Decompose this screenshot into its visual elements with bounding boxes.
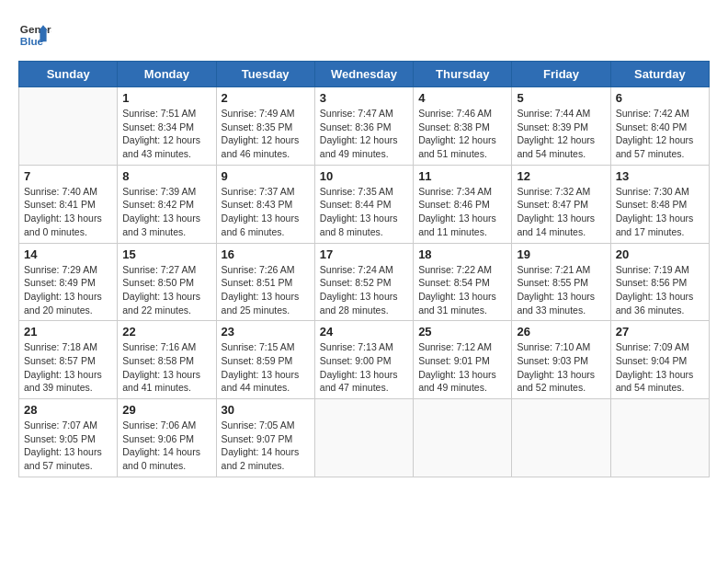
day-number: 10 — [320, 169, 408, 183]
day-number: 28 — [24, 403, 112, 417]
logo-icon: General Blue — [18, 18, 51, 52]
weekday-header-row: SundayMondayTuesdayWednesdayThursdayFrid… — [19, 62, 710, 87]
page-header: General Blue — [18, 18, 710, 52]
day-number: 15 — [122, 247, 210, 261]
day-info: Sunrise: 7:19 AM Sunset: 8:56 PM Dayligh… — [616, 263, 704, 317]
day-info: Sunrise: 7:18 AM Sunset: 8:57 PM Dayligh… — [24, 340, 112, 395]
calendar-cell: 30Sunrise: 7:05 AM Sunset: 9:07 PM Dayli… — [216, 399, 314, 477]
day-info: Sunrise: 7:40 AM Sunset: 8:41 PM Dayligh… — [24, 185, 112, 239]
day-info: Sunrise: 7:46 AM Sunset: 8:38 PM Dayligh… — [418, 107, 506, 161]
week-row-3: 14Sunrise: 7:29 AM Sunset: 8:49 PM Dayli… — [19, 243, 710, 321]
weekday-header-sunday: Sunday — [19, 62, 118, 87]
day-info: Sunrise: 7:10 AM Sunset: 9:03 PM Dayligh… — [517, 340, 605, 395]
calendar-cell: 16Sunrise: 7:26 AM Sunset: 8:51 PM Dayli… — [216, 243, 314, 321]
calendar-cell: 24Sunrise: 7:13 AM Sunset: 9:00 PM Dayli… — [314, 321, 413, 399]
day-number: 16 — [222, 247, 310, 261]
calendar-cell: 22Sunrise: 7:16 AM Sunset: 8:58 PM Dayli… — [118, 321, 216, 399]
day-number: 21 — [24, 325, 112, 339]
day-info: Sunrise: 7:35 AM Sunset: 8:44 PM Dayligh… — [320, 185, 408, 239]
day-info: Sunrise: 7:16 AM Sunset: 8:58 PM Dayligh… — [122, 340, 210, 395]
calendar-cell: 15Sunrise: 7:27 AM Sunset: 8:50 PM Dayli… — [118, 243, 216, 321]
calendar-cell: 18Sunrise: 7:22 AM Sunset: 8:54 PM Dayli… — [414, 243, 512, 321]
day-info: Sunrise: 7:30 AM Sunset: 8:48 PM Dayligh… — [616, 185, 704, 239]
day-info: Sunrise: 7:22 AM Sunset: 8:54 PM Dayligh… — [418, 263, 506, 317]
day-info: Sunrise: 7:12 AM Sunset: 9:01 PM Dayligh… — [418, 340, 506, 395]
weekday-header-tuesday: Tuesday — [216, 62, 314, 87]
day-number: 5 — [517, 91, 605, 105]
day-info: Sunrise: 7:09 AM Sunset: 9:04 PM Dayligh… — [616, 340, 704, 395]
day-info: Sunrise: 7:15 AM Sunset: 8:59 PM Dayligh… — [222, 340, 310, 395]
day-number: 2 — [222, 91, 310, 105]
day-number: 26 — [517, 325, 605, 339]
week-row-5: 28Sunrise: 7:07 AM Sunset: 9:05 PM Dayli… — [19, 399, 710, 477]
day-number: 22 — [122, 325, 210, 339]
day-number: 25 — [418, 325, 506, 339]
calendar-cell: 11Sunrise: 7:34 AM Sunset: 8:46 PM Dayli… — [414, 165, 512, 243]
week-row-1: 1Sunrise: 7:51 AM Sunset: 8:34 PM Daylig… — [19, 87, 710, 166]
day-info: Sunrise: 7:21 AM Sunset: 8:55 PM Dayligh… — [517, 263, 605, 317]
day-number: 23 — [222, 325, 310, 339]
calendar-cell: 8Sunrise: 7:39 AM Sunset: 8:42 PM Daylig… — [118, 165, 216, 243]
calendar-cell: 19Sunrise: 7:21 AM Sunset: 8:55 PM Dayli… — [512, 243, 610, 321]
logo: General Blue — [18, 18, 51, 52]
calendar-cell: 9Sunrise: 7:37 AM Sunset: 8:43 PM Daylig… — [216, 165, 314, 243]
calendar-cell — [512, 399, 610, 477]
calendar-cell: 17Sunrise: 7:24 AM Sunset: 8:52 PM Dayli… — [314, 243, 413, 321]
day-info: Sunrise: 7:24 AM Sunset: 8:52 PM Dayligh… — [320, 263, 408, 317]
weekday-header-wednesday: Wednesday — [314, 62, 413, 87]
day-number: 18 — [418, 247, 506, 261]
week-row-2: 7Sunrise: 7:40 AM Sunset: 8:41 PM Daylig… — [19, 165, 710, 243]
day-info: Sunrise: 7:32 AM Sunset: 8:47 PM Dayligh… — [517, 185, 605, 239]
day-number: 3 — [320, 91, 408, 105]
calendar-cell: 26Sunrise: 7:10 AM Sunset: 9:03 PM Dayli… — [512, 321, 610, 399]
calendar-cell: 23Sunrise: 7:15 AM Sunset: 8:59 PM Dayli… — [216, 321, 314, 399]
weekday-header-monday: Monday — [118, 62, 216, 87]
day-info: Sunrise: 7:27 AM Sunset: 8:50 PM Dayligh… — [122, 263, 210, 317]
day-info: Sunrise: 7:13 AM Sunset: 9:00 PM Dayligh… — [320, 340, 408, 395]
calendar-cell: 7Sunrise: 7:40 AM Sunset: 8:41 PM Daylig… — [19, 165, 118, 243]
calendar-cell: 29Sunrise: 7:06 AM Sunset: 9:06 PM Dayli… — [118, 399, 216, 477]
day-number: 4 — [418, 91, 506, 105]
day-info: Sunrise: 7:34 AM Sunset: 8:46 PM Dayligh… — [418, 185, 506, 239]
svg-text:General: General — [20, 23, 51, 35]
calendar-cell: 4Sunrise: 7:46 AM Sunset: 8:38 PM Daylig… — [414, 87, 512, 166]
day-info: Sunrise: 7:29 AM Sunset: 8:49 PM Dayligh… — [24, 263, 112, 317]
day-number: 11 — [418, 169, 506, 183]
calendar-cell: 1Sunrise: 7:51 AM Sunset: 8:34 PM Daylig… — [118, 87, 216, 166]
day-number: 24 — [320, 325, 408, 339]
day-info: Sunrise: 7:51 AM Sunset: 8:34 PM Dayligh… — [122, 107, 210, 161]
calendar-cell: 27Sunrise: 7:09 AM Sunset: 9:04 PM Dayli… — [610, 321, 709, 399]
day-number: 6 — [616, 91, 704, 105]
day-number: 9 — [222, 169, 310, 183]
day-number: 1 — [122, 91, 210, 105]
day-info: Sunrise: 7:07 AM Sunset: 9:05 PM Dayligh… — [24, 419, 112, 473]
day-info: Sunrise: 7:47 AM Sunset: 8:36 PM Dayligh… — [320, 107, 408, 161]
calendar-cell — [610, 399, 709, 477]
weekday-header-friday: Friday — [512, 62, 610, 87]
day-number: 20 — [616, 247, 704, 261]
calendar-cell: 21Sunrise: 7:18 AM Sunset: 8:57 PM Dayli… — [19, 321, 118, 399]
calendar-cell: 13Sunrise: 7:30 AM Sunset: 8:48 PM Dayli… — [610, 165, 709, 243]
calendar-cell — [314, 399, 413, 477]
day-info: Sunrise: 7:26 AM Sunset: 8:51 PM Dayligh… — [222, 263, 310, 317]
day-info: Sunrise: 7:44 AM Sunset: 8:39 PM Dayligh… — [517, 107, 605, 161]
day-number: 29 — [122, 403, 210, 417]
calendar-cell: 12Sunrise: 7:32 AM Sunset: 8:47 PM Dayli… — [512, 165, 610, 243]
calendar-cell — [414, 399, 512, 477]
calendar-cell: 10Sunrise: 7:35 AM Sunset: 8:44 PM Dayli… — [314, 165, 413, 243]
weekday-header-saturday: Saturday — [610, 62, 709, 87]
day-number: 14 — [24, 247, 112, 261]
day-info: Sunrise: 7:05 AM Sunset: 9:07 PM Dayligh… — [222, 419, 310, 473]
calendar-cell: 25Sunrise: 7:12 AM Sunset: 9:01 PM Dayli… — [414, 321, 512, 399]
calendar-cell: 28Sunrise: 7:07 AM Sunset: 9:05 PM Dayli… — [19, 399, 118, 477]
week-row-4: 21Sunrise: 7:18 AM Sunset: 8:57 PM Dayli… — [19, 321, 710, 399]
day-info: Sunrise: 7:06 AM Sunset: 9:06 PM Dayligh… — [122, 419, 210, 473]
day-info: Sunrise: 7:39 AM Sunset: 8:42 PM Dayligh… — [122, 185, 210, 239]
weekday-header-thursday: Thursday — [414, 62, 512, 87]
calendar-cell: 6Sunrise: 7:42 AM Sunset: 8:40 PM Daylig… — [610, 87, 709, 166]
day-info: Sunrise: 7:49 AM Sunset: 8:35 PM Dayligh… — [222, 107, 310, 161]
day-info: Sunrise: 7:42 AM Sunset: 8:40 PM Dayligh… — [616, 107, 704, 161]
day-number: 7 — [24, 169, 112, 183]
calendar-cell: 3Sunrise: 7:47 AM Sunset: 8:36 PM Daylig… — [314, 87, 413, 166]
day-number: 12 — [517, 169, 605, 183]
